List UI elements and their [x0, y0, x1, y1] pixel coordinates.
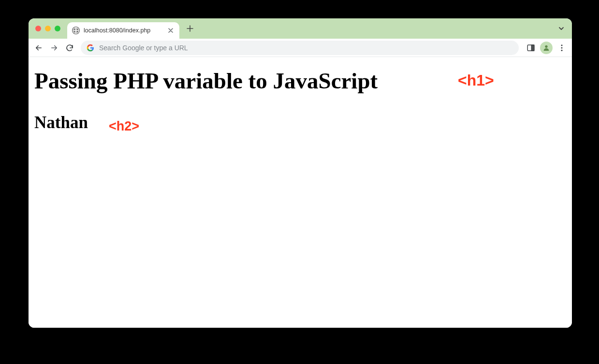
back-button[interactable]	[31, 41, 46, 55]
window-controls	[35, 26, 60, 31]
address-bar[interactable]: Search Google or type a URL	[81, 41, 519, 55]
google-icon	[87, 44, 94, 52]
omnibox-placeholder: Search Google or type a URL	[99, 44, 188, 52]
browser-toolbar: Search Google or type a URL	[29, 39, 572, 57]
new-tab-button[interactable]	[183, 22, 197, 35]
globe-icon	[72, 27, 80, 34]
window-minimize-button[interactable]	[45, 26, 51, 31]
window-maximize-button[interactable]	[55, 26, 60, 31]
tabs-dropdown-button[interactable]	[555, 22, 568, 35]
forward-button[interactable]	[47, 41, 61, 55]
svg-point-7	[561, 49, 563, 51]
tab-title: localhost:8080/index.php	[84, 27, 163, 34]
tab-strip: localhost:8080/index.php	[29, 18, 572, 39]
annotation-h1-tag: <h1>	[458, 72, 494, 89]
menu-button[interactable]	[555, 41, 569, 55]
svg-rect-3	[532, 45, 534, 51]
side-panel-button[interactable]	[524, 41, 538, 55]
svg-point-4	[545, 45, 547, 47]
svg-point-6	[561, 47, 563, 48]
annotation-h2-tag: <h2>	[109, 119, 139, 134]
reload-button[interactable]	[62, 41, 77, 55]
browser-tab[interactable]: localhost:8080/index.php	[67, 22, 179, 39]
close-icon[interactable]	[167, 27, 175, 34]
svg-point-5	[561, 44, 563, 46]
page-content: Passing PHP variable to JavaScript Natha…	[29, 57, 572, 328]
window-close-button[interactable]	[35, 26, 41, 31]
browser-window: localhost:8080/index.php	[29, 18, 572, 328]
profile-button[interactable]	[540, 42, 553, 54]
